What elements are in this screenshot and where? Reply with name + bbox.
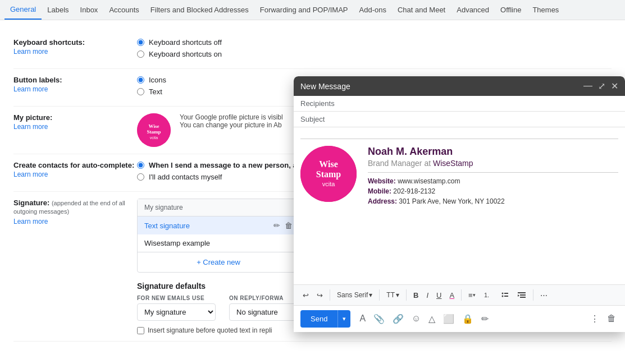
compose-action-icons: A 📎 🔗 ☺ △ ⬜ 🔒 ✏	[357, 311, 491, 326]
format-text-icon[interactable]: A	[357, 311, 368, 326]
attach-file-icon[interactable]: 📎	[371, 311, 387, 326]
signature-defaults-new-col: FOR NEW EMAILS USE My signature Text sig…	[137, 295, 216, 321]
keyboard-shortcuts-on-label: Keyboard shortcuts on	[149, 50, 222, 58]
signature-item-actions: ✏ 🗑	[273, 221, 293, 230]
keyboard-shortcuts-on-radio[interactable]	[137, 50, 144, 58]
profile-logo-svg: Wise Stamp vcita	[137, 113, 171, 147]
tab-general[interactable]: General	[4, 0, 42, 20]
keyboard-shortcuts-learn-more[interactable]: Learn more	[13, 48, 137, 56]
signature-learn-more[interactable]: Learn more	[13, 218, 137, 225]
drive-icon[interactable]: △	[426, 311, 437, 326]
signature-delete-icon[interactable]: 🗑	[285, 221, 293, 230]
tab-forwarding[interactable]: Forwarding and POP/IMAP	[254, 0, 354, 20]
tab-addons[interactable]: Add-ons	[354, 0, 392, 20]
signature-icon[interactable]: ✏	[479, 311, 491, 326]
tab-themes[interactable]: Themes	[527, 0, 564, 20]
create-contacts-auto-radio[interactable]	[137, 162, 144, 169]
button-labels-icons-radio[interactable]	[137, 76, 144, 84]
settings-nav: General Labels Inbox Accounts Filters an…	[0, 0, 625, 20]
compose-expand-icon[interactable]: ⤢	[598, 81, 605, 91]
toolbar-underline-button[interactable]: U	[433, 289, 445, 302]
svg-rect-15	[520, 297, 526, 298]
svg-text:vcita: vcita	[150, 136, 158, 140]
signature-for-new-select[interactable]: My signature Text signature No signature	[137, 303, 216, 321]
photo-icon[interactable]: ⬜	[441, 311, 457, 326]
button-labels-text-radio[interactable]	[137, 88, 144, 95]
tab-accounts[interactable]: Accounts	[103, 0, 144, 20]
signature-text-sig-item[interactable]: Text signature ✏ 🗑	[138, 216, 299, 234]
toolbar-divider-4	[461, 289, 462, 301]
toolbar-font-size-button[interactable]: TT ▾	[383, 289, 403, 301]
compose-signature-card: Wise Stamp vcita Noah M. Akerman Brand M…	[300, 139, 618, 208]
tab-offline[interactable]: Offline	[495, 0, 527, 20]
my-picture-learn-more[interactable]: Learn more	[13, 123, 137, 131]
send-caret-button[interactable]: ▾	[337, 310, 350, 328]
svg-rect-14	[520, 294, 526, 296]
insert-link-icon[interactable]: 🔗	[390, 311, 406, 326]
keyboard-shortcuts-off-radio[interactable]	[137, 39, 144, 46]
toolbar-text-color-button[interactable]: A	[446, 289, 458, 302]
toolbar-more-button[interactable]: ⋯	[537, 289, 551, 302]
profile-image: Wise Stamp vcita	[137, 113, 171, 147]
signature-before-quoted-checkbox[interactable]	[137, 327, 144, 334]
toolbar-divider-1	[330, 289, 330, 301]
create-contacts-manual-label: I'll add contacts myself	[149, 173, 222, 181]
keyboard-shortcuts-off-label: Keyboard shortcuts off	[149, 38, 222, 47]
button-labels-learn-more[interactable]: Learn more	[13, 85, 137, 93]
compose-recipients-field[interactable]: Recipients	[294, 96, 625, 112]
toolbar-redo-button[interactable]: ↪	[313, 289, 326, 302]
tab-inbox[interactable]: Inbox	[75, 0, 104, 20]
my-picture-label: My picture: Learn more	[13, 113, 137, 131]
create-contacts-manual-radio[interactable]	[137, 173, 144, 181]
discard-icon[interactable]: 🗑	[605, 311, 618, 326]
compose-window: New Message — ⤢ ✕ Recipients Subject Wis…	[294, 76, 625, 332]
toolbar-divider-5	[533, 289, 533, 301]
toolbar-undo-button[interactable]: ↩	[299, 289, 312, 302]
tab-labels[interactable]: Labels	[42, 0, 74, 20]
create-contacts-label: Create contacts for auto-complete: Learn…	[13, 161, 137, 178]
more-options-icon[interactable]: ⋮	[588, 311, 601, 326]
bullet-list-icon	[500, 291, 509, 300]
svg-text:Wise: Wise	[149, 123, 159, 129]
toolbar-bullet-list-button[interactable]	[497, 288, 513, 302]
compose-sig-name: Noah M. Akerman	[368, 146, 618, 158]
compose-toolbar: ↩ ↪ Sans Serif ▾ TT ▾ B I U A ≡ ▾ 1.	[294, 284, 625, 305]
create-contacts-learn-more[interactable]: Learn more	[13, 171, 137, 178]
compose-body[interactable]: Wise Stamp vcita Noah M. Akerman Brand M…	[294, 127, 625, 284]
toolbar-bold-button[interactable]: B	[410, 289, 422, 302]
keyboard-shortcuts-label: Keyboard shortcuts: Learn more	[13, 38, 137, 56]
toolbar-numbered-list-button[interactable]: 1.	[480, 288, 496, 302]
settings-body: Keyboard shortcuts: Learn more Keyboard …	[0, 20, 625, 364]
compose-header: New Message — ⤢ ✕	[294, 76, 625, 96]
emoji-icon[interactable]: ☺	[409, 311, 423, 326]
toolbar-font-select-button[interactable]: Sans Serif ▾	[334, 289, 376, 301]
create-new-signature-button[interactable]: + Create new	[138, 252, 299, 272]
compose-sig-divider	[368, 172, 618, 173]
fontsize-chevron-icon: ▾	[396, 291, 399, 299]
compose-title: New Message	[300, 82, 350, 91]
toolbar-italic-button[interactable]: I	[423, 289, 432, 302]
tab-chat[interactable]: Chat and Meet	[392, 0, 451, 20]
send-button[interactable]: Send	[300, 310, 337, 328]
lock-icon[interactable]: 🔒	[460, 311, 476, 326]
compose-sig-info: Noah M. Akerman Brand Manager at WiseSta…	[368, 146, 618, 208]
align-chevron-icon: ▾	[473, 292, 476, 298]
tab-filters[interactable]: Filters and Blocked Addresses	[145, 0, 254, 20]
toolbar-indent-button[interactable]	[514, 288, 530, 302]
svg-rect-12	[504, 296, 508, 297]
toolbar-align-button[interactable]: ≡ ▾	[465, 289, 479, 302]
svg-text:Stamp: Stamp	[147, 129, 161, 135]
indent-icon	[517, 291, 526, 300]
create-contacts-auto-label: When I send a message to a new person, a	[149, 161, 297, 169]
compose-minimize-icon[interactable]: —	[583, 81, 592, 91]
signature-panel-header: My signature	[138, 199, 299, 216]
compose-sig-title: Brand Manager at WiseStamp	[368, 159, 618, 168]
numbered-list-icon: 1.	[483, 291, 492, 300]
tab-advanced[interactable]: Advanced	[451, 0, 495, 20]
compose-subject-field[interactable]: Subject	[294, 112, 625, 127]
keyboard-shortcuts-on-row: Keyboard shortcuts on	[137, 50, 612, 58]
signature-edit-icon[interactable]: ✏	[273, 221, 280, 230]
button-labels-icons-label: Icons	[149, 76, 166, 84]
signature-wisestamp-item[interactable]: Wisestamp example	[138, 234, 299, 252]
compose-close-icon[interactable]: ✕	[611, 81, 618, 91]
